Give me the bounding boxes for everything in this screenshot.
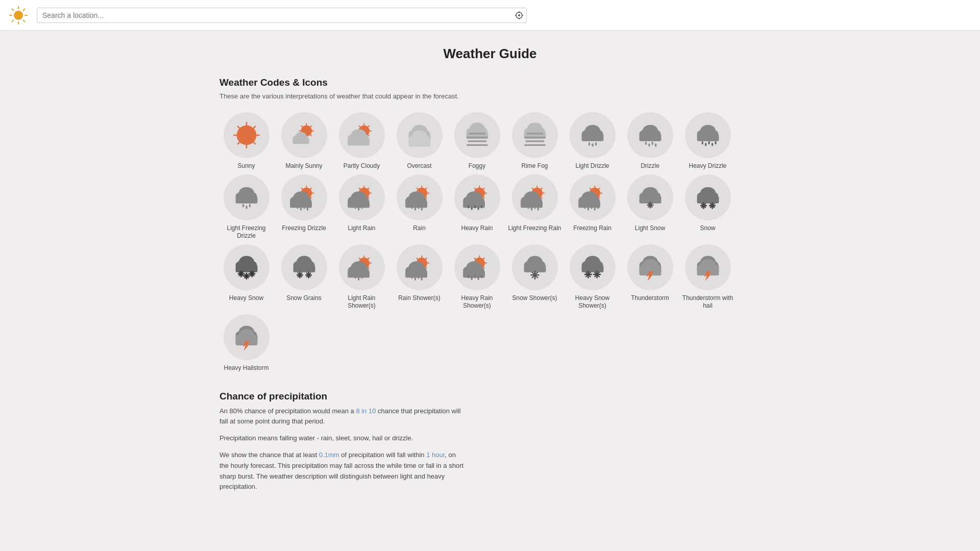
weather-item-rain-showers: Rain Shower(s)	[393, 244, 446, 310]
svg-point-303	[471, 277, 472, 280]
svg-rect-318	[581, 265, 603, 272]
svg-point-79	[592, 143, 593, 146]
svg-point-203	[584, 206, 585, 209]
weather-item-light-rain: Light Rain	[335, 174, 388, 240]
svg-point-205	[591, 206, 592, 209]
location-icon	[514, 11, 524, 20]
svg-line-261	[359, 258, 360, 260]
svg-point-207	[597, 206, 599, 209]
weather-item-snow-grains: Snow Grains	[277, 244, 331, 310]
weather-icon-light-rain	[339, 174, 385, 220]
svg-point-189	[537, 207, 538, 210]
svg-rect-101	[235, 196, 257, 203]
weather-icon-snow	[685, 174, 731, 220]
svg-point-94	[705, 143, 706, 146]
svg-line-195	[590, 188, 591, 189]
svg-point-103	[246, 206, 247, 209]
weather-item-heavy-rain-showers: Heavy Rain Shower(s)	[450, 244, 504, 310]
weather-item-rain: Rain	[393, 174, 446, 240]
svg-point-78	[588, 142, 590, 145]
location-button[interactable]	[514, 11, 524, 20]
svg-point-135	[354, 206, 356, 209]
weather-label-heavy-snow: Heavy Snow	[229, 294, 263, 303]
svg-point-119	[300, 207, 301, 210]
precip-p1: An 80% chance of precipitation would mea…	[219, 406, 464, 428]
svg-line-23	[237, 142, 239, 144]
svg-rect-77	[581, 134, 603, 141]
svg-line-145	[425, 188, 426, 189]
svg-rect-36	[292, 138, 309, 144]
weather-label-snow-grains: Snow Grains	[286, 294, 322, 303]
precip-heading: Chance of precipitation	[219, 391, 761, 402]
weather-label-freezing-drizzle: Freezing Drizzle	[282, 224, 326, 233]
weather-icon-freezing-drizzle	[281, 174, 327, 220]
precip-p3: We show the chance that at least 0.1mm o…	[219, 450, 464, 492]
svg-rect-268	[348, 270, 370, 278]
svg-rect-185	[521, 201, 543, 208]
svg-point-120	[303, 206, 305, 209]
svg-point-168	[468, 205, 469, 208]
weather-label-mainly-sunny: Mainly Sunny	[285, 162, 322, 170]
svg-line-294	[474, 258, 476, 260]
svg-line-30	[309, 134, 311, 136]
svg-line-127	[359, 188, 360, 189]
weather-label-snow-showers: Snow Shower(s)	[512, 294, 557, 303]
svg-point-88	[655, 143, 656, 146]
weather-icon-drizzle	[627, 112, 673, 158]
weather-item-partly-cloudy: Partly Cloudy	[335, 112, 388, 170]
weather-item-drizzle: Drizzle	[623, 112, 677, 170]
app-header	[0, 0, 980, 31]
logo	[8, 5, 29, 26]
sun-logo-icon	[8, 5, 29, 26]
weather-icon-heavy-hailstorm	[224, 314, 270, 360]
svg-line-296	[482, 258, 484, 260]
svg-line-112	[309, 188, 311, 189]
svg-point-172	[480, 205, 482, 208]
svg-line-160	[474, 188, 476, 189]
weather-icon-light-freezing-drizzle	[224, 174, 270, 220]
weather-label-freezing-rain: Freezing Rain	[573, 224, 611, 233]
svg-point-80	[595, 142, 596, 145]
page-title: Weather Guide	[219, 46, 761, 62]
svg-line-110	[301, 188, 303, 189]
svg-rect-49	[348, 138, 370, 145]
weather-item-heavy-rain: Heavy Rain	[450, 174, 504, 240]
weather-item-light-freezing-rain: Light Freezing Rain	[508, 174, 561, 240]
svg-rect-150	[405, 201, 427, 208]
svg-point-306	[480, 275, 482, 278]
svg-point-171	[477, 207, 479, 210]
svg-point-270	[357, 277, 359, 280]
weather-item-heavy-snow-showers: Heavy Snow Shower(s)	[566, 244, 619, 310]
svg-line-7	[12, 20, 14, 21]
svg-point-206	[594, 207, 595, 210]
weather-label-light-freezing-drizzle: Light Freezing Drizzle	[219, 224, 273, 240]
weather-icon-snow-grains	[281, 244, 327, 290]
weather-icon-light-rain-showers	[339, 244, 385, 290]
svg-line-22	[253, 127, 255, 129]
svg-point-152	[414, 207, 415, 210]
svg-rect-84	[639, 134, 661, 141]
search-input[interactable]	[37, 8, 527, 23]
weather-icon-heavy-snow-showers	[570, 244, 616, 290]
weather-label-heavy-rain: Heavy Rain	[461, 224, 493, 233]
svg-point-304	[474, 275, 476, 278]
weather-icon-heavy-rain	[454, 174, 500, 220]
svg-rect-247	[293, 265, 315, 272]
weather-icon-snow-showers	[512, 244, 558, 290]
svg-line-129	[367, 188, 369, 189]
weather-item-freezing-drizzle: Freezing Drizzle	[277, 174, 331, 240]
search-wrapper	[37, 8, 527, 23]
weather-label-rain-showers: Rain Shower(s)	[398, 294, 440, 303]
svg-point-204	[587, 207, 589, 210]
weather-item-heavy-drizzle: Heavy Drizzle	[681, 112, 734, 170]
codes-section: Weather Codes & Icons These are the vari…	[219, 77, 761, 372]
svg-point-95	[708, 141, 709, 144]
svg-point-104	[249, 204, 250, 207]
svg-point-271	[361, 276, 362, 279]
weather-label-light-snow: Light Snow	[635, 224, 665, 233]
weather-item-sunny: Sunny	[219, 112, 273, 170]
svg-point-288	[421, 277, 422, 280]
weather-icon-heavy-rain-showers	[454, 244, 500, 290]
svg-point-287	[418, 276, 419, 279]
svg-rect-134	[348, 201, 370, 208]
